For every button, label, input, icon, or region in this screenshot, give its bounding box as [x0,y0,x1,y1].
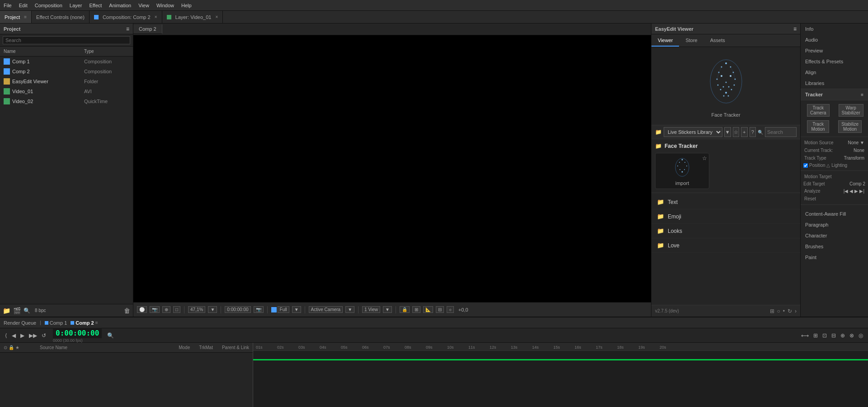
play-back-icon[interactable]: ⟨ [4,332,9,339]
tracker-menu-icon[interactable]: ≡ [861,92,863,97]
effects-presets-item[interactable]: Effects & Presets [801,56,868,67]
tl-ctrl3[interactable]: ⊡ [821,332,828,339]
tl-ctrl4[interactable]: ⊟ [830,332,837,339]
viewer-view-dropdown[interactable]: ▼ [383,306,392,313]
project-item-video02[interactable]: Video_02 QuickTime [0,96,133,106]
search-timeline[interactable]: 🔍 [107,332,114,339]
menu-window[interactable]: Window [156,3,174,8]
track-camera-btn[interactable]: Track Camera [807,104,830,117]
sticker-fav-icon[interactable]: ☆ [702,155,707,161]
project-item-comp1[interactable]: Comp 1 Composition [0,57,133,66]
menu-view[interactable]: View [138,3,149,8]
viewer-lock-icon[interactable]: 🔒 [400,306,410,313]
project-item-easyedit[interactable]: EasyEdit Viewer Folder [0,76,133,86]
comp2-tab[interactable]: Comp 2 [133,24,162,34]
library-add-btn[interactable]: + [741,127,748,137]
footer-arrow-icon[interactable]: › [795,308,797,314]
library-select[interactable]: Live Stickers Library [664,127,722,137]
library-help-btn[interactable]: ? [750,127,756,137]
new-folder-icon[interactable]: 📁 [3,307,10,314]
viewer-ctrl-preview-icon[interactable]: ⚪ [137,306,147,313]
viewer-quality-dropdown[interactable]: ▼ [292,306,301,313]
track-motion-btn[interactable]: Track Motion [807,120,829,133]
tab-assets[interactable]: Assets [704,34,731,47]
viewer-zoom-level[interactable]: 47,1% [188,306,205,313]
tl-ctrl5[interactable]: ⊕ [839,332,846,339]
warp-stabilizer-btn[interactable]: Warp Stabilizer [839,104,863,117]
viewer-ctrl-transparency-icon[interactable]: □ [173,306,180,313]
project-tab-close[interactable]: ≡ [24,14,27,19]
menu-layer[interactable]: Layer [70,3,82,8]
viewer-ruler-icon[interactable]: 📐 [423,306,433,313]
footer-circle-icon[interactable]: ○ [777,308,780,314]
viewer-snapshot-btn2[interactable]: 📷 [254,306,264,313]
comp1-tab-header[interactable]: Comp 1 [45,320,67,326]
project-search-box[interactable] [0,34,133,47]
viewer-camera-btn[interactable]: Active Camera [309,306,343,313]
paint-item[interactable]: Paint [801,252,868,263]
viewer-timecode[interactable]: 0:00:00:00 [225,306,250,313]
paragraph-item[interactable]: Paragraph [801,219,868,230]
effect-controls-tab[interactable]: Effect Controls (none) [32,11,90,23]
category-text[interactable]: 📁 Text [651,195,800,209]
category-love[interactable]: 📁 Love [651,238,800,253]
footer-grid-icon[interactable]: ⊞ [770,308,774,314]
viewer-guide-icon[interactable]: ⊟ [436,306,444,313]
viewer-quality-btn[interactable]: ▼ [208,306,217,313]
tl-ctrl7[interactable]: ◎ [857,332,864,339]
comp2-tab-header[interactable]: Comp 2 ≡ [71,320,98,326]
loop-icon[interactable]: ↺ [40,332,47,339]
info-item[interactable]: Info [801,24,868,34]
libraries-item[interactable]: Libraries [801,78,868,89]
library-search-input[interactable] [765,127,797,137]
brushes-item[interactable]: Brushes [801,241,868,252]
menu-edit[interactable]: Edit [19,3,28,8]
easyedit-menu-icon[interactable]: ≡ [793,26,797,32]
step-back-icon[interactable]: ◀ [10,332,17,339]
position-checkbox[interactable] [803,163,808,168]
analyze-back-btn[interactable]: |◀ [844,189,849,194]
menu-composition[interactable]: Composition [35,3,62,8]
analyze-prev-btn[interactable]: ◀ [849,189,853,194]
search-icon[interactable]: 🔍 [24,308,30,314]
stabilize-motion-btn[interactable]: Stabilize Motion [838,120,862,133]
composition-panel-tab[interactable]: Composition: Comp 2 × [90,11,162,23]
viewer-camera-dropdown[interactable]: ▼ [345,306,354,313]
analyze-next-btn[interactable]: ▶ [854,189,858,194]
comp-tab-close[interactable]: × [155,14,157,19]
timeline-search-icon[interactable]: 🔍 [107,332,114,339]
character-item[interactable]: Character [801,230,868,241]
sticker-import-item[interactable]: ☆ [655,153,709,189]
project-panel-menu-icon[interactable]: ≡ [126,26,129,32]
play-icon[interactable]: ▶ [19,332,26,339]
align-item[interactable]: Align [801,67,868,78]
tl-ctrl6[interactable]: ⊗ [848,332,855,339]
viewer-ctrl-snapshot-icon[interactable]: 📷 [150,306,160,313]
analyze-fwd-btn[interactable]: ▶| [859,189,864,194]
step-fwd-icon[interactable]: ▶▶ [28,332,38,339]
project-item-video01[interactable]: Video_01 AVI [0,86,133,96]
tab-viewer[interactable]: Viewer [651,34,679,47]
footer-refresh-icon[interactable]: ↻ [788,308,792,314]
comp2-tab-menu[interactable]: ≡ [95,320,98,325]
layer-panel-tab[interactable]: Layer: Video_01 × [162,11,223,23]
library-star-btn[interactable]: ☆ [733,127,740,137]
viewer-3d-icon[interactable]: ⟐ [447,306,454,313]
project-item-comp2[interactable]: Comp 2 Composition [0,66,133,76]
viewer-quality-label[interactable]: Full [278,306,289,313]
tab-store[interactable]: Store [679,34,703,47]
project-search-input[interactable] [3,36,130,44]
tl-ctrl2[interactable]: ⊞ [812,332,819,339]
viewer-grid-icon[interactable]: ⊞ [412,306,420,313]
content-aware-fill-item[interactable]: Content-Aware Fill [801,208,868,219]
menu-effect[interactable]: Effect [89,3,102,8]
category-looks[interactable]: 📁 Looks [651,224,800,238]
audio-item[interactable]: Audio [801,34,868,45]
menu-help[interactable]: Help [181,3,192,8]
category-emoji[interactable]: 📁 Emoji [651,209,800,224]
new-comp-icon[interactable]: 🎬 [13,307,21,314]
menu-animation[interactable]: Animation [109,3,131,8]
menu-file[interactable]: File [4,3,12,8]
project-panel-tab[interactable]: Project ≡ [0,11,32,23]
viewer-view-count[interactable]: 1 View [362,306,380,313]
